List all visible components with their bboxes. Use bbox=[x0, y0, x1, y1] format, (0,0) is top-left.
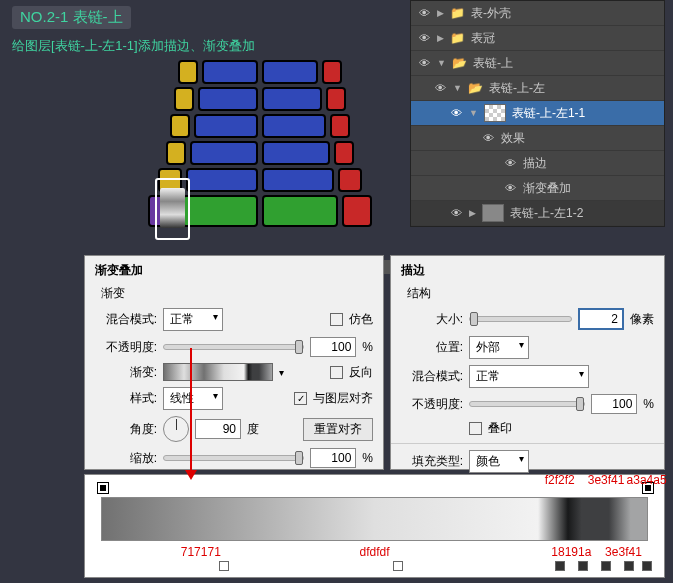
layer-row[interactable]: 👁▶📁表-外壳 bbox=[411, 1, 664, 26]
disclosure-icon[interactable]: ▼ bbox=[453, 83, 462, 93]
visibility-icon[interactable]: 👁 bbox=[417, 7, 431, 19]
position-label: 位置: bbox=[401, 339, 463, 356]
opacity-label: 不透明度: bbox=[95, 339, 157, 356]
layer-row[interactable]: 👁▼📂表链-上 bbox=[411, 51, 664, 76]
scale-input[interactable] bbox=[310, 448, 356, 468]
reset-align-button[interactable]: 重置对齐 bbox=[303, 418, 373, 441]
stroke-panel: 描边 结构 大小: 像素 位置: 外部 混合模式: 正常 不透明度: % 叠印 … bbox=[390, 255, 665, 470]
size-slider[interactable] bbox=[469, 316, 572, 322]
align-label: 与图层对齐 bbox=[313, 390, 373, 407]
fill-type-label: 填充类型: bbox=[401, 453, 463, 470]
folder-icon: 📂 bbox=[452, 56, 467, 70]
scale-label: 缩放: bbox=[95, 450, 157, 467]
section-title: 渐变 bbox=[101, 285, 367, 302]
color-stop[interactable] bbox=[219, 561, 229, 573]
layer-row[interactable]: 👁▶📁表冠 bbox=[411, 26, 664, 51]
pct-unit: % bbox=[362, 451, 373, 465]
gradient-dropdown-icon[interactable]: ▾ bbox=[279, 367, 284, 378]
style-label: 样式: bbox=[95, 390, 157, 407]
visibility-icon[interactable]: 👁 bbox=[481, 132, 495, 144]
visibility-icon[interactable]: 👁 bbox=[503, 157, 517, 169]
layers-panel: 👁▶📁表-外壳 👁▶📁表冠 👁▼📂表链-上 👁▼📂表链-上-左 👁▼表链-上-左… bbox=[410, 0, 665, 227]
blend-mode-combo[interactable]: 正常 bbox=[163, 308, 223, 331]
layer-row[interactable]: 👁▶表链-上-左1-2 bbox=[411, 201, 664, 226]
gradient-bar[interactable] bbox=[101, 497, 648, 541]
layer-name: 表链-上 bbox=[473, 55, 513, 72]
step-title: NO.2-1 表链-上 bbox=[12, 6, 131, 29]
opacity-stop[interactable] bbox=[98, 483, 108, 493]
angle-dial[interactable] bbox=[163, 416, 189, 442]
layer-name: 表-外壳 bbox=[471, 5, 511, 22]
layer-effect-stroke[interactable]: 👁描边 bbox=[411, 151, 664, 176]
overprint-label: 叠印 bbox=[488, 420, 512, 437]
stop-hex: dfdfdf bbox=[359, 545, 389, 559]
panel-title: 描边 bbox=[391, 256, 664, 281]
layer-name: 表链-上-左1-2 bbox=[510, 205, 583, 222]
opacity-label: 不透明度: bbox=[401, 396, 463, 413]
color-stop[interactable] bbox=[601, 561, 611, 573]
visibility-icon[interactable]: 👁 bbox=[417, 32, 431, 44]
opacity-input[interactable] bbox=[310, 337, 356, 357]
color-stop[interactable] bbox=[578, 561, 588, 573]
tutorial-header: NO.2-1 表链-上 给图层[表链-上-左1-1]添加描边、渐变叠加 bbox=[12, 6, 255, 55]
layer-row-selected[interactable]: 👁▼表链-上-左1-1 bbox=[411, 101, 664, 126]
stop-hex: 3e3f41 bbox=[605, 545, 642, 559]
panel-title: 渐变叠加 bbox=[85, 256, 383, 281]
angle-input[interactable] bbox=[195, 419, 241, 439]
opacity-slider[interactable] bbox=[163, 344, 304, 350]
scale-slider[interactable] bbox=[163, 455, 304, 461]
gradient-preview[interactable] bbox=[163, 363, 273, 381]
visibility-icon[interactable]: 👁 bbox=[449, 107, 463, 119]
blend-mode-combo[interactable]: 正常 bbox=[469, 365, 589, 388]
layer-effects-row[interactable]: 👁效果 bbox=[411, 126, 664, 151]
color-stop[interactable] bbox=[555, 561, 565, 573]
opacity-input[interactable] bbox=[591, 394, 637, 414]
overprint-checkbox[interactable] bbox=[469, 422, 482, 435]
folder-icon: 📂 bbox=[468, 81, 483, 95]
visibility-icon[interactable]: 👁 bbox=[449, 207, 463, 219]
layer-name: 表链-上-左1-1 bbox=[512, 105, 585, 122]
color-stop[interactable] bbox=[393, 561, 403, 573]
disclosure-icon[interactable]: ▶ bbox=[437, 33, 444, 43]
layer-thumb bbox=[484, 104, 506, 122]
size-label: 大小: bbox=[401, 311, 463, 328]
pct-unit: % bbox=[362, 340, 373, 354]
stop-hex: 18191a bbox=[551, 545, 591, 559]
highlight-selection bbox=[155, 178, 190, 240]
angle-label: 角度: bbox=[95, 421, 157, 438]
gradient-overlay-panel: 渐变叠加 渐变 混合模式: 正常 仿色 不透明度: % 渐变: ▾ 反向 样式:… bbox=[84, 255, 384, 470]
gradient-label: 渐变: bbox=[95, 364, 157, 381]
visibility-icon[interactable]: 👁 bbox=[433, 82, 447, 94]
size-input[interactable] bbox=[578, 308, 624, 330]
dither-checkbox[interactable] bbox=[330, 313, 343, 326]
visibility-icon[interactable]: 👁 bbox=[503, 182, 517, 194]
stop-hex: a3a4a5 bbox=[627, 473, 667, 487]
disclosure-icon[interactable]: ▼ bbox=[469, 108, 478, 118]
stop-hex: 3e3f41 bbox=[588, 473, 625, 487]
opacity-slider[interactable] bbox=[469, 401, 585, 407]
disclosure-icon[interactable]: ▶ bbox=[437, 8, 444, 18]
gradient-editor: f2f2f2 3e3f41 a3a4a5 717171 dfdfdf 18191… bbox=[84, 474, 665, 578]
disclosure-icon[interactable]: ▼ bbox=[437, 58, 446, 68]
fill-type-combo[interactable]: 颜色 bbox=[469, 450, 529, 473]
blend-mode-label: 混合模式: bbox=[401, 368, 463, 385]
effect-name: 渐变叠加 bbox=[523, 180, 571, 197]
annotation-arrow bbox=[190, 348, 192, 478]
visibility-icon[interactable]: 👁 bbox=[417, 57, 431, 69]
align-checkbox[interactable]: ✓ bbox=[294, 392, 307, 405]
stop-hex: 717171 bbox=[181, 545, 221, 559]
deg-unit: 度 bbox=[247, 421, 259, 438]
stop-hex: f2f2f2 bbox=[545, 473, 575, 487]
color-stop[interactable] bbox=[642, 561, 652, 573]
disclosure-icon[interactable]: ▶ bbox=[469, 208, 476, 218]
layer-name: 表链-上-左 bbox=[489, 80, 545, 97]
color-stop[interactable] bbox=[624, 561, 634, 573]
position-combo[interactable]: 外部 bbox=[469, 336, 529, 359]
layer-row[interactable]: 👁▼📂表链-上-左 bbox=[411, 76, 664, 101]
reverse-label: 反向 bbox=[349, 364, 373, 381]
layer-effect-gradient[interactable]: 👁渐变叠加 bbox=[411, 176, 664, 201]
dither-label: 仿色 bbox=[349, 311, 373, 328]
style-combo[interactable]: 线性 bbox=[163, 387, 223, 410]
blend-mode-label: 混合模式: bbox=[95, 311, 157, 328]
reverse-checkbox[interactable] bbox=[330, 366, 343, 379]
